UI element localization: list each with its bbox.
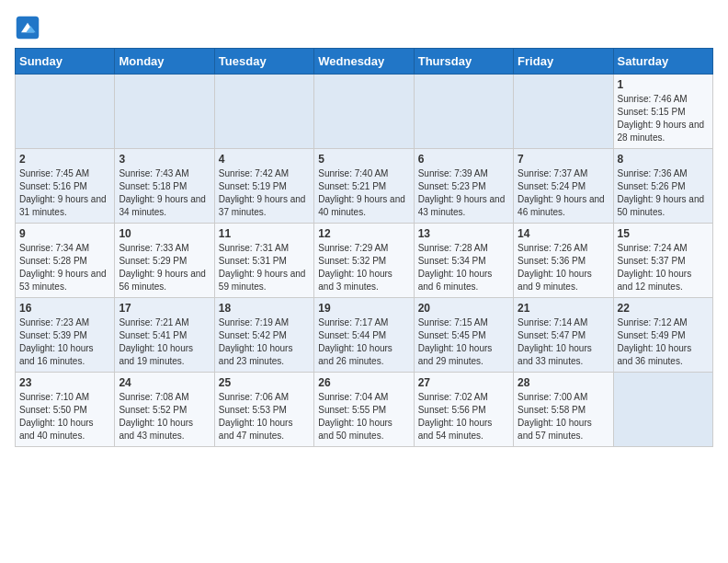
day-info: Sunrise: 7:06 AM Sunset: 5:53 PM Dayligh… [219,391,310,442]
day-info: Sunrise: 7:02 AM Sunset: 5:56 PM Dayligh… [418,391,509,442]
day-info: Sunrise: 7:42 AM Sunset: 5:19 PM Dayligh… [219,167,310,219]
header-row: SundayMondayTuesdayWednesdayThursdayFrid… [16,49,713,75]
day-number: 17 [119,302,210,315]
day-number: 1 [618,78,709,91]
calendar-body: 1Sunrise: 7:46 AM Sunset: 5:15 PM Daylig… [16,75,713,447]
day-info: Sunrise: 7:19 AM Sunset: 5:42 PM Dayligh… [219,316,310,368]
calendar-cell: 1Sunrise: 7:46 AM Sunset: 5:15 PM Daylig… [613,75,712,149]
header-day: Sunday [16,49,115,75]
day-info: Sunrise: 7:21 AM Sunset: 5:41 PM Dayligh… [119,316,210,368]
calendar-week: 1Sunrise: 7:46 AM Sunset: 5:15 PM Daylig… [16,75,713,149]
day-info: Sunrise: 7:45 AM Sunset: 5:16 PM Dayligh… [19,167,110,219]
day-info: Sunrise: 7:17 AM Sunset: 5:44 PM Dayligh… [318,316,409,368]
day-number: 10 [119,227,210,240]
calendar-cell: 14Sunrise: 7:26 AM Sunset: 5:36 PM Dayli… [514,224,613,298]
calendar-cell: 8Sunrise: 7:36 AM Sunset: 5:26 PM Daylig… [613,149,712,224]
calendar-cell [514,75,613,149]
day-info: Sunrise: 7:46 AM Sunset: 5:15 PM Dayligh… [618,93,709,144]
day-number: 9 [19,227,110,240]
day-info: Sunrise: 7:00 AM Sunset: 5:58 PM Dayligh… [518,391,609,442]
day-info: Sunrise: 7:24 AM Sunset: 5:37 PM Dayligh… [618,242,709,293]
day-number: 21 [518,302,609,315]
day-number: 13 [418,227,509,240]
day-number: 12 [318,227,409,240]
day-info: Sunrise: 7:31 AM Sunset: 5:31 PM Dayligh… [219,242,310,293]
calendar-cell: 2Sunrise: 7:45 AM Sunset: 5:16 PM Daylig… [16,149,115,224]
day-info: Sunrise: 7:15 AM Sunset: 5:45 PM Dayligh… [418,316,509,368]
day-info: Sunrise: 7:34 AM Sunset: 5:28 PM Dayligh… [19,242,110,293]
day-number: 20 [418,302,509,315]
calendar-cell: 13Sunrise: 7:28 AM Sunset: 5:34 PM Dayli… [414,224,513,298]
calendar-cell: 11Sunrise: 7:31 AM Sunset: 5:31 PM Dayli… [214,224,313,298]
day-info: Sunrise: 7:04 AM Sunset: 5:55 PM Dayligh… [318,391,409,442]
day-info: Sunrise: 7:28 AM Sunset: 5:34 PM Dayligh… [418,242,509,293]
day-info: Sunrise: 7:29 AM Sunset: 5:32 PM Dayligh… [318,242,409,293]
calendar-cell: 20Sunrise: 7:15 AM Sunset: 5:45 PM Dayli… [414,298,513,373]
day-info: Sunrise: 7:10 AM Sunset: 5:50 PM Dayligh… [19,391,110,442]
calendar-cell: 17Sunrise: 7:21 AM Sunset: 5:41 PM Dayli… [115,298,214,373]
calendar-cell [613,373,712,447]
calendar-cell: 26Sunrise: 7:04 AM Sunset: 5:55 PM Dayli… [314,373,414,447]
calendar-week: 16Sunrise: 7:23 AM Sunset: 5:39 PM Dayli… [16,298,713,373]
day-info: Sunrise: 7:14 AM Sunset: 5:47 PM Dayligh… [518,316,609,368]
day-number: 19 [318,302,409,315]
calendar-cell: 21Sunrise: 7:14 AM Sunset: 5:47 PM Dayli… [514,298,613,373]
calendar-cell: 4Sunrise: 7:42 AM Sunset: 5:19 PM Daylig… [214,149,313,224]
calendar-cell: 25Sunrise: 7:06 AM Sunset: 5:53 PM Dayli… [214,373,313,447]
day-info: Sunrise: 7:40 AM Sunset: 5:21 PM Dayligh… [318,167,409,219]
day-number: 2 [19,153,110,166]
calendar-cell: 22Sunrise: 7:12 AM Sunset: 5:49 PM Dayli… [613,298,712,373]
calendar-cell: 16Sunrise: 7:23 AM Sunset: 5:39 PM Dayli… [16,298,115,373]
day-number: 24 [119,376,210,389]
day-number: 23 [19,376,110,389]
day-info: Sunrise: 7:23 AM Sunset: 5:39 PM Dayligh… [19,316,110,368]
day-number: 26 [318,376,409,389]
day-info: Sunrise: 7:26 AM Sunset: 5:36 PM Dayligh… [518,242,609,293]
calendar-cell: 23Sunrise: 7:10 AM Sunset: 5:50 PM Dayli… [16,373,115,447]
day-number: 18 [219,302,310,315]
calendar-cell [214,75,313,149]
calendar-cell [314,75,414,149]
day-number: 5 [318,153,409,166]
day-number: 11 [219,227,310,240]
day-number: 28 [518,376,609,389]
header-day: Saturday [613,49,712,75]
calendar-cell [16,75,115,149]
calendar-cell: 5Sunrise: 7:40 AM Sunset: 5:21 PM Daylig… [314,149,414,224]
calendar-cell [115,75,214,149]
logo-icon [15,15,40,40]
day-info: Sunrise: 7:12 AM Sunset: 5:49 PM Dayligh… [618,316,709,368]
day-info: Sunrise: 7:43 AM Sunset: 5:18 PM Dayligh… [119,167,210,219]
day-number: 14 [518,227,609,240]
day-info: Sunrise: 7:08 AM Sunset: 5:52 PM Dayligh… [119,391,210,442]
header-day: Friday [514,49,613,75]
calendar-cell: 19Sunrise: 7:17 AM Sunset: 5:44 PM Dayli… [314,298,414,373]
day-info: Sunrise: 7:37 AM Sunset: 5:24 PM Dayligh… [518,167,609,219]
calendar-cell: 24Sunrise: 7:08 AM Sunset: 5:52 PM Dayli… [115,373,214,447]
logo [15,15,44,40]
day-number: 25 [219,376,310,389]
calendar-cell: 6Sunrise: 7:39 AM Sunset: 5:23 PM Daylig… [414,149,513,224]
day-number: 15 [618,227,709,240]
day-number: 27 [418,376,509,389]
day-number: 3 [119,153,210,166]
calendar-header: SundayMondayTuesdayWednesdayThursdayFrid… [16,49,713,75]
calendar-cell: 27Sunrise: 7:02 AM Sunset: 5:56 PM Dayli… [414,373,513,447]
calendar-cell: 18Sunrise: 7:19 AM Sunset: 5:42 PM Dayli… [214,298,313,373]
calendar-cell: 7Sunrise: 7:37 AM Sunset: 5:24 PM Daylig… [514,149,613,224]
calendar-cell: 9Sunrise: 7:34 AM Sunset: 5:28 PM Daylig… [16,224,115,298]
calendar-cell: 3Sunrise: 7:43 AM Sunset: 5:18 PM Daylig… [115,149,214,224]
header-day: Wednesday [314,49,414,75]
day-info: Sunrise: 7:39 AM Sunset: 5:23 PM Dayligh… [418,167,509,219]
header-day: Tuesday [214,49,313,75]
day-number: 7 [518,153,609,166]
day-info: Sunrise: 7:33 AM Sunset: 5:29 PM Dayligh… [119,242,210,293]
day-number: 4 [219,153,310,166]
calendar-cell: 12Sunrise: 7:29 AM Sunset: 5:32 PM Dayli… [314,224,414,298]
header-day: Thursday [414,49,513,75]
calendar-cell: 10Sunrise: 7:33 AM Sunset: 5:29 PM Dayli… [115,224,214,298]
calendar-table: SundayMondayTuesdayWednesdayThursdayFrid… [15,48,713,447]
day-number: 22 [618,302,709,315]
calendar-week: 9Sunrise: 7:34 AM Sunset: 5:28 PM Daylig… [16,224,713,298]
header-day: Monday [115,49,214,75]
